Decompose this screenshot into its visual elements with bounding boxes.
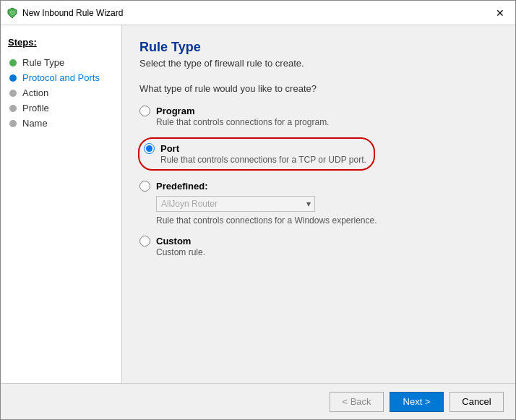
port-highlight-box: Port Rule that controls connections for … (138, 137, 375, 171)
sidebar-label-action: Action (22, 87, 48, 98)
step-dot-protocol-ports (9, 74, 17, 82)
program-radio-label[interactable]: Program (139, 106, 498, 116)
main-panel: Rule Type Select the type of firewall ru… (122, 25, 515, 383)
step-dot-name (9, 120, 17, 127)
custom-radio[interactable] (139, 236, 150, 247)
option-program: Program Rule that controls connections f… (139, 106, 498, 127)
steps-label: Steps: (8, 37, 114, 48)
svg-text:🛡: 🛡 (10, 11, 15, 16)
sidebar-item-action[interactable]: Action (8, 85, 114, 100)
sidebar-label-rule-type: Rule Type (22, 57, 64, 68)
window-title: New Inbound Rule Wizard (22, 8, 123, 18)
step-dot-profile (9, 105, 17, 112)
title-bar-left: 🛡 New Inbound Rule Wizard (7, 7, 123, 19)
close-button[interactable]: ✕ (491, 4, 509, 22)
option-predefined: Predefined: AllJoyn Router Rule that con… (139, 181, 498, 226)
firewall-icon: 🛡 (7, 7, 18, 19)
port-radio[interactable] (144, 143, 155, 154)
predefined-select[interactable]: AllJoyn Router (156, 196, 315, 212)
cancel-button[interactable]: Cancel (450, 392, 504, 412)
title-bar: 🛡 New Inbound Rule Wizard ✕ (1, 1, 515, 25)
question-text: What type of rule would you like to crea… (139, 83, 498, 94)
bottom-bar: < Back Next > Cancel (1, 383, 515, 419)
options-area: Program Rule that controls connections f… (139, 106, 498, 369)
back-button[interactable]: < Back (330, 392, 384, 412)
sidebar-item-rule-type[interactable]: Rule Type (8, 55, 114, 70)
option-custom: Custom Custom rule. (139, 236, 498, 257)
custom-desc: Custom rule. (156, 247, 498, 257)
port-radio-label[interactable]: Port (144, 143, 366, 154)
next-button[interactable]: Next > (390, 392, 444, 412)
page-subtitle: Select the type of firewall rule to crea… (139, 58, 498, 69)
port-desc: Rule that controls connections for a TCP… (160, 155, 366, 165)
option-port: Port Rule that controls connections for … (139, 137, 498, 171)
sidebar-label-profile: Profile (22, 103, 49, 113)
wizard-window: 🛡 New Inbound Rule Wizard ✕ Steps: Rule … (0, 0, 516, 420)
sidebar-item-name[interactable]: Name (8, 116, 114, 131)
port-title: Port (160, 143, 179, 154)
predefined-radio[interactable] (139, 181, 150, 192)
sidebar-item-profile[interactable]: Profile (8, 100, 114, 116)
sidebar: Steps: Rule Type Protocol and Ports Acti… (1, 25, 122, 383)
program-title: Program (156, 106, 194, 116)
custom-radio-label[interactable]: Custom (139, 236, 498, 247)
predefined-radio-label[interactable]: Predefined: (139, 181, 498, 192)
sidebar-label-name: Name (22, 118, 48, 129)
page-title: Rule Type (139, 40, 498, 55)
predefined-title: Predefined: (156, 181, 208, 192)
program-desc: Rule that controls connections for a pro… (156, 117, 498, 127)
sidebar-item-protocol-ports[interactable]: Protocol and Ports (8, 70, 114, 85)
content-area: Steps: Rule Type Protocol and Ports Acti… (1, 25, 515, 383)
step-dot-rule-type (9, 59, 17, 67)
predefined-desc: Rule that controls connections for a Win… (156, 215, 498, 226)
step-dot-action (9, 90, 17, 97)
predefined-select-wrapper[interactable]: AllJoyn Router (156, 196, 315, 212)
custom-title: Custom (156, 236, 191, 247)
program-radio[interactable] (139, 106, 150, 116)
sidebar-label-protocol-ports: Protocol and Ports (22, 72, 100, 83)
